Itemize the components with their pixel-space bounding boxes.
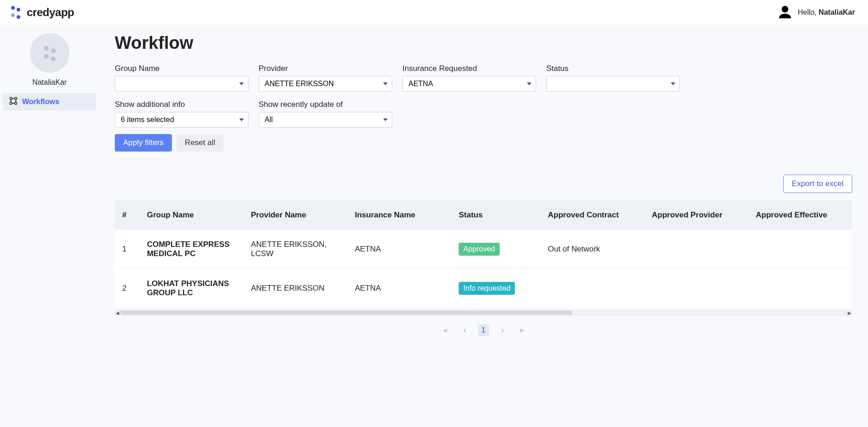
table-row[interactable]: 1COMPLETE EXPRESS MEDICAL PCANETTE ERIKS… — [115, 230, 852, 269]
svg-point-1 — [17, 8, 20, 12]
svg-point-7 — [51, 57, 55, 61]
cell-provider: ANETTE ERIKSSON, LCSW — [243, 230, 348, 269]
svg-point-5 — [51, 48, 55, 53]
page-prev-button[interactable]: ‹ — [460, 324, 469, 336]
cell-index: 2 — [115, 269, 140, 308]
cell-group: LOKHAT PHYSICIANS GROUP LLC — [140, 269, 244, 308]
label-group-name: Group Name — [115, 64, 248, 73]
main: Workflow Group Name Provider ANETTE ERIK… — [99, 25, 868, 355]
export-excel-button[interactable]: Export to excel — [783, 175, 852, 193]
status-badge: Info requested — [459, 282, 515, 295]
select-status[interactable] — [546, 76, 680, 92]
scrollbar-thumb[interactable] — [120, 310, 572, 315]
scroll-right-arrow-icon: ▶ — [848, 310, 851, 316]
brand-logo[interactable]: credyapp — [8, 5, 74, 20]
cell-approved-contract — [540, 269, 644, 308]
svg-rect-9 — [15, 98, 17, 100]
col-index: # — [115, 200, 140, 230]
cell-insurance: AETNA — [348, 230, 452, 269]
col-approved-contract: Approved Contract — [540, 200, 644, 230]
col-approved-effective: Approved Effective — [748, 200, 852, 230]
sidebar-item-label: Workflows — [22, 98, 59, 106]
logo-icon — [8, 5, 23, 20]
sidebar-item-workflows[interactable]: Workflows — [3, 93, 96, 111]
cell-approved-provider — [644, 230, 749, 269]
horizontal-scrollbar[interactable]: ◀ ▶ — [115, 310, 852, 316]
filters-row: Group Name Provider ANETTE ERIKSSON Insu… — [115, 64, 852, 92]
pagination: « ‹ 1 › » — [115, 324, 852, 336]
user-silhouette-icon — [777, 5, 793, 20]
cell-insurance: AETNA — [348, 269, 452, 308]
avatar[interactable] — [30, 33, 70, 73]
filters-row-2: Show additional info 6 items selected Sh… — [115, 100, 852, 128]
scroll-left-arrow-icon: ◀ — [116, 310, 119, 316]
table-row[interactable]: 2LOKHAT PHYSICIANS GROUP LLCANETTE ERIKS… — [115, 269, 852, 308]
select-show-recent[interactable]: All — [259, 112, 392, 128]
hello-prefix: Hello, — [797, 8, 818, 16]
hello-text: Hello, NataliaKar — [797, 8, 855, 17]
col-status: Status — [451, 200, 540, 230]
workflows-icon — [9, 97, 18, 107]
svg-point-3 — [17, 15, 20, 19]
page-title: Workflow — [115, 33, 852, 53]
col-group: Group Name — [140, 200, 244, 230]
col-provider: Provider Name — [243, 200, 348, 230]
svg-point-0 — [11, 6, 15, 10]
status-badge: Approved — [459, 243, 500, 256]
col-insurance: Insurance Name — [348, 200, 452, 230]
select-insurance[interactable]: AETNA — [402, 76, 536, 92]
workflow-table: # Group Name Provider Name Insurance Nam… — [115, 200, 852, 308]
cell-approved-contract: Out of Network — [540, 230, 644, 269]
page-first-button[interactable]: « — [440, 324, 451, 336]
page-next-button[interactable]: › — [497, 324, 507, 336]
reset-all-button[interactable]: Reset all — [177, 134, 224, 152]
label-show-recent: Show recently update of — [259, 100, 392, 109]
sidebar-username: NataliaKar — [0, 78, 99, 87]
cell-approved-effective — [748, 269, 852, 308]
svg-rect-8 — [10, 98, 12, 100]
table-scroll[interactable]: # Group Name Provider Name Insurance Nam… — [115, 200, 852, 308]
svg-rect-11 — [15, 102, 17, 105]
svg-point-4 — [44, 46, 48, 51]
cell-group: COMPLETE EXPRESS MEDICAL PC — [140, 230, 244, 269]
avatar-placeholder-icon — [41, 44, 59, 62]
select-show-additional[interactable]: 6 items selected — [115, 112, 248, 128]
col-approved-provider: Approved Provider — [644, 200, 749, 230]
hello-username: NataliaKar — [819, 8, 855, 16]
cell-status: Info requested — [451, 269, 540, 308]
topbar: credyapp Hello, NataliaKar — [0, 0, 868, 25]
svg-point-6 — [44, 54, 48, 59]
cell-approved-effective — [748, 230, 852, 269]
svg-point-2 — [11, 13, 15, 17]
cell-status: Approved — [451, 230, 540, 269]
apply-filters-button[interactable]: Apply filters — [115, 134, 172, 152]
page-last-button[interactable]: » — [516, 324, 527, 336]
svg-rect-10 — [10, 102, 12, 105]
brand-name: credyapp — [27, 6, 74, 19]
cell-index: 1 — [115, 230, 140, 269]
label-provider: Provider — [259, 64, 392, 73]
user-block[interactable]: Hello, NataliaKar — [777, 5, 855, 20]
cell-provider: ANETTE ERIKSSON — [243, 269, 348, 308]
label-status: Status — [546, 64, 680, 73]
select-provider[interactable]: ANETTE ERIKSSON — [259, 76, 392, 92]
sidebar: NataliaKar Workflows — [0, 25, 99, 111]
label-insurance: Insurance Requested — [402, 64, 536, 73]
cell-approved-provider — [644, 269, 749, 308]
select-group-name[interactable] — [115, 76, 248, 92]
page-number-current[interactable]: 1 — [478, 324, 490, 336]
label-show-additional: Show additional info — [115, 100, 248, 109]
